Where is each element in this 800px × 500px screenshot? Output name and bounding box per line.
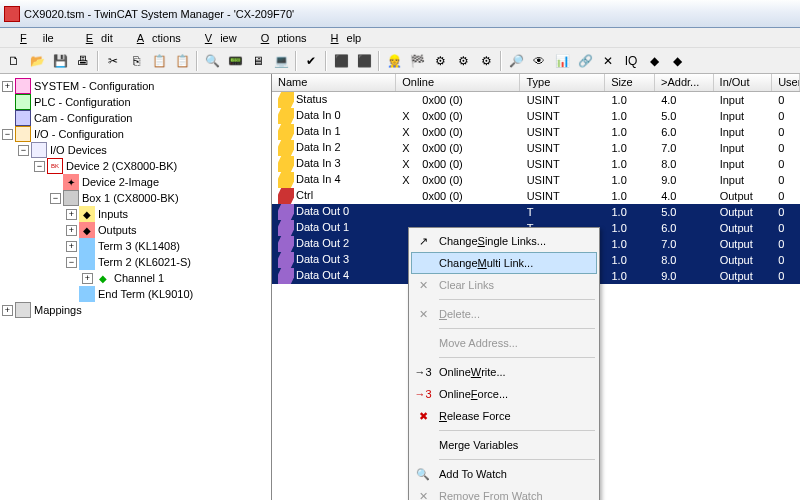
tree-plc[interactable]: PLC - Configuration [2, 94, 269, 110]
tool1-icon[interactable]: 👷 [383, 50, 405, 72]
paste-icon[interactable]: 📋 [148, 50, 170, 72]
ctx-release-force[interactable]: ✖Release Force [411, 405, 597, 427]
watch-remove-icon: ✕ [415, 488, 431, 500]
device2-icon[interactable]: 🖥 [247, 50, 269, 72]
var-icon [278, 252, 294, 268]
tree-outputs[interactable]: +◆Outputs [2, 222, 269, 238]
var-icon [278, 124, 294, 140]
toolbar: 🗋 📂 💾 🖶 ✂ ⎘ 📋 📋 🔍 📟 🖥 💻 ✔ ⬛ ⬛ 👷 🏁 ⚙ ⚙ ⚙ … [0, 48, 800, 74]
save-all-icon[interactable]: 🖶 [72, 50, 94, 72]
extra2-icon[interactable]: ◆ [666, 50, 688, 72]
ctx-change-multi[interactable]: Change Multi Link... [411, 252, 597, 274]
col-inout[interactable]: In/Out [714, 74, 773, 91]
tool2-icon[interactable]: 🏁 [406, 50, 428, 72]
tree-endterm[interactable]: End Term (KL9010) [2, 286, 269, 302]
ctx-move-address: Move Address... [411, 332, 597, 354]
ctx-online-force[interactable]: →3Online Force... [411, 383, 597, 405]
context-menu: ↗Change Single Links... Change Multi Lin… [408, 227, 600, 500]
var-icon [278, 268, 294, 284]
tree-io[interactable]: −I/O - Configuration [2, 126, 269, 142]
var-icon [278, 156, 294, 172]
watch-add-icon: 🔍 [415, 466, 431, 482]
force-icon: →3 [415, 386, 431, 402]
tool5-icon[interactable]: ⚙ [475, 50, 497, 72]
paste2-icon[interactable]: 📋 [171, 50, 193, 72]
table-row[interactable]: Data Out 0T1.05.0Output0 [272, 204, 800, 220]
menu-file[interactable]: File [4, 30, 70, 46]
grid-header[interactable]: Name Online Type Size >Addr... In/Out Us… [272, 74, 800, 92]
tree-channel1[interactable]: +◆Channel 1 [2, 270, 269, 286]
ctx-merge-vars[interactable]: Merge Variables [411, 434, 597, 456]
tree-term2[interactable]: −Term 2 (KL6021-S) [2, 254, 269, 270]
menu-help[interactable]: Help [315, 30, 370, 46]
tree-iodevices[interactable]: −I/O Devices [2, 142, 269, 158]
zoom-icon[interactable]: 🔎 [505, 50, 527, 72]
open-icon[interactable]: 📂 [26, 50, 48, 72]
menu-bar: File Edit Actions View Options Help [0, 28, 800, 48]
tree-term3[interactable]: +Term 3 (KL1408) [2, 238, 269, 254]
delete-icon: ✕ [415, 306, 431, 322]
tool4-icon[interactable]: ⚙ [452, 50, 474, 72]
tree-inputs[interactable]: +◆Inputs [2, 206, 269, 222]
col-name[interactable]: Name [272, 74, 396, 91]
ctx-add-watch[interactable]: 🔍Add To Watch [411, 463, 597, 485]
menu-options[interactable]: Options [245, 30, 315, 46]
link-icon[interactable]: 🔗 [574, 50, 596, 72]
col-size[interactable]: Size [605, 74, 655, 91]
col-user[interactable]: User [772, 74, 800, 91]
ctx-clear-links: ✕Clear Links [411, 274, 597, 296]
stop-icon[interactable]: ⬛ [353, 50, 375, 72]
copy-icon[interactable]: ⎘ [125, 50, 147, 72]
ctx-change-single[interactable]: ↗Change Single Links... [411, 230, 597, 252]
menu-actions[interactable]: Actions [121, 30, 189, 46]
ctx-online-write[interactable]: →3Online Write... [411, 361, 597, 383]
title-bar: CX9020.tsm - TwinCAT System Manager - 'C… [0, 0, 800, 28]
col-addr[interactable]: >Addr... [655, 74, 714, 91]
save-icon[interactable]: 💾 [49, 50, 71, 72]
tree-device2[interactable]: −BKDevice 2 (CX8000-BK) [2, 158, 269, 174]
menu-view[interactable]: View [189, 30, 245, 46]
unlink-icon[interactable]: ✕ [597, 50, 619, 72]
var-icon [278, 220, 294, 236]
var-icon [278, 188, 294, 204]
check-icon[interactable]: ✔ [300, 50, 322, 72]
ctx-remove-watch: ✕Remove From Watch [411, 485, 597, 500]
tree-dev2image[interactable]: ✦Device 2-Image [2, 174, 269, 190]
menu-edit[interactable]: Edit [70, 30, 121, 46]
iq-icon[interactable]: IQ [620, 50, 642, 72]
var-icon [278, 172, 294, 188]
var-icon [278, 204, 294, 220]
table-row[interactable]: Data In 3X0x00 (0)USINT1.08.0Input0 [272, 156, 800, 172]
release-icon: ✖ [415, 408, 431, 424]
table-row[interactable]: Status0x00 (0)USINT1.04.0Input0 [272, 92, 800, 108]
new-icon[interactable]: 🗋 [3, 50, 25, 72]
scope-icon[interactable]: 📊 [551, 50, 573, 72]
find-icon[interactable]: 🔍 [201, 50, 223, 72]
ctx-delete: ✕Delete... [411, 303, 597, 325]
tree-view[interactable]: +SYSTEM - Configuration PLC - Configurat… [0, 74, 272, 500]
unlink-icon: ✕ [415, 277, 431, 293]
table-row[interactable]: Data In 4X0x00 (0)USINT1.09.0Input0 [272, 172, 800, 188]
var-icon [278, 92, 294, 108]
col-online[interactable]: Online [396, 74, 520, 91]
tree-system[interactable]: +SYSTEM - Configuration [2, 78, 269, 94]
app-icon [4, 6, 20, 22]
var-icon [278, 236, 294, 252]
tree-box1[interactable]: −Box 1 (CX8000-BK) [2, 190, 269, 206]
write-icon: →3 [415, 364, 431, 380]
cut-icon[interactable]: ✂ [102, 50, 124, 72]
link-icon: ↗ [415, 233, 431, 249]
table-row[interactable]: Data In 1X0x00 (0)USINT1.06.0Input0 [272, 124, 800, 140]
tree-cam[interactable]: Cam - Configuration [2, 110, 269, 126]
watch-icon[interactable]: 👁 [528, 50, 550, 72]
table-row[interactable]: Data In 2X0x00 (0)USINT1.07.0Input0 [272, 140, 800, 156]
tool3-icon[interactable]: ⚙ [429, 50, 451, 72]
device-icon[interactable]: 📟 [224, 50, 246, 72]
tree-mappings[interactable]: +Mappings [2, 302, 269, 318]
col-type[interactable]: Type [520, 74, 605, 91]
device3-icon[interactable]: 💻 [270, 50, 292, 72]
run-icon[interactable]: ⬛ [330, 50, 352, 72]
extra1-icon[interactable]: ◆ [643, 50, 665, 72]
table-row[interactable]: Data In 0X0x00 (0)USINT1.05.0Input0 [272, 108, 800, 124]
table-row[interactable]: Ctrl0x00 (0)USINT1.04.0Output0 [272, 188, 800, 204]
